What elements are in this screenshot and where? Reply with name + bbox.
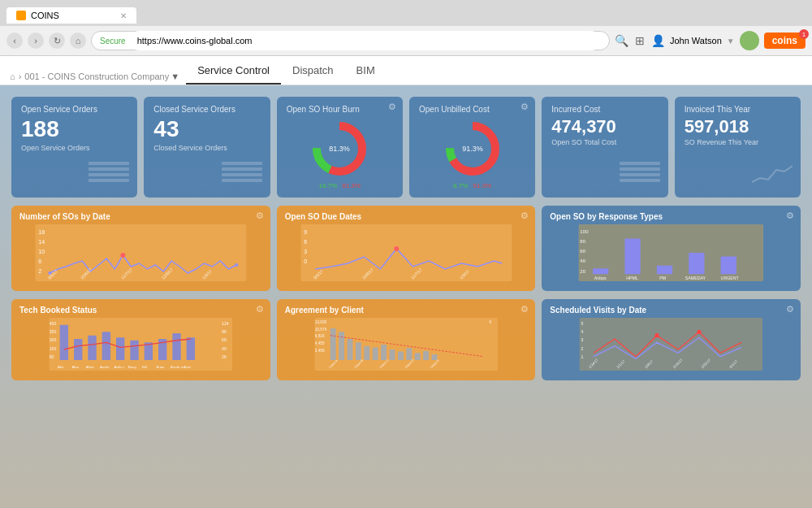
svg-rect-98 [347,339,352,360]
home-button[interactable]: ⌂ [70,33,86,49]
svg-text:350: 350 [50,329,57,334]
svg-text:2: 2 [38,268,41,274]
nav-tab-dispatch[interactable]: Dispatch [281,58,345,85]
svg-text:Anbps: Anbps [594,276,607,280]
agreement-client-title: Agreement by Client [285,306,528,315]
kpi-open-service-orders: Open Service Orders 188 Open Service Ord… [11,97,137,198]
svg-text:4,455: 4,455 [314,341,324,345]
svg-text:96: 96 [222,329,227,334]
dashboard: Open Service Orders 188 Open Service Ord… [0,85,812,508]
svg-point-121 [698,330,702,334]
svg-rect-70 [74,339,82,360]
hour-burn-legend: 18.7% 81.3% [287,182,393,189]
chart-scheduled-visits: Scheduled Visits by Date ⚙ 5 4 3 2 1 1/2… [542,299,801,380]
response-types-gear-icon[interactable]: ⚙ [786,211,794,221]
unbilled-gear-icon[interactable]: ⚙ [520,102,529,112]
tab-close-button[interactable]: ✕ [120,11,127,20]
due-dates-chart: 9 6 3 0 9/5/17 10/6/17 11/7/17 1/9/17 [285,224,528,281]
grid-icon[interactable]: ⊞ [635,34,645,47]
chart-row-2: Tech Booked Status ⚙ 400 350 300 150 80 … [11,299,801,380]
tech-booked-title: Tech Booked Status [19,306,262,315]
hour-burn-gear-icon[interactable]: ⚙ [388,102,396,112]
svg-text:150: 150 [50,346,57,351]
svg-text:26: 26 [222,354,227,359]
search-icon[interactable]: 🔍 [615,34,628,47]
svg-rect-102 [381,345,387,360]
svg-rect-107 [423,351,429,360]
address-bar: ‹ › ↻ ⌂ Secure 🔍 ⊞ 👤 John Watson ▼ 1 coi… [0,26,812,55]
favicon [16,11,26,20]
nav-tab-service-control[interactable]: Service Control [186,58,281,85]
svg-text:400: 400 [50,321,57,326]
svg-rect-78 [187,337,195,360]
svg-rect-2 [89,173,129,176]
svg-rect-69 [60,325,68,360]
browser-tab[interactable]: COINS ✕ [6,7,136,24]
user-name: John Watson [670,36,722,46]
svg-text:1: 1 [581,354,584,359]
svg-rect-51 [689,253,705,274]
chart-agreement-client: Agreement by Client ⚙ 13,635 10,574 6,81… [277,299,536,380]
nav-tab-bim[interactable]: BIM [345,58,387,85]
unbilled-legend: 8.7% 91.3% [419,182,525,189]
chart-response-types: Open SO by Response Types ⚙ 100 80 60 40… [542,206,801,291]
agreement-client-gear-icon[interactable]: ⚙ [520,304,529,315]
svg-text:Andre: Andre [100,365,110,369]
user-chevron[interactable]: ▼ [727,37,735,46]
scheduled-visits-gear-icon[interactable]: ⚙ [786,304,794,315]
svg-rect-3 [89,179,129,182]
svg-rect-17 [620,179,660,182]
svg-rect-18 [35,224,246,281]
chart-open-so-due-dates: Open SO Due Dates ⚙ 9 6 3 0 9/5/17 10/6/… [277,206,536,291]
tab-bar: COINS ✕ [0,0,812,26]
svg-rect-0 [89,162,129,165]
svg-rect-103 [389,350,395,360]
svg-text:6: 6 [304,239,307,245]
svg-text:18: 18 [38,229,45,235]
svg-text:Barry: Barry [128,365,137,369]
breadcrumb-chevron: ▼ [171,72,179,81]
sos-by-date-gear-icon[interactable]: ⚙ [256,211,264,221]
svg-rect-48 [593,268,608,274]
chart-tech-booked: Tech Booked Status ⚙ 400 350 300 150 80 … [11,299,270,380]
svg-rect-73 [116,337,124,360]
svg-text:60: 60 [581,248,586,254]
svg-rect-77 [172,333,180,360]
svg-text:9: 9 [304,229,307,235]
url-input[interactable] [129,31,601,50]
home-nav-icon[interactable]: ⌂ [10,72,15,81]
kpi-unbilled-cost: Open Unbilled Cost ⚙ 91.3% 8.7% 91.3% [409,97,535,198]
profile-icon[interactable]: 👤 [651,34,665,47]
svg-text:Arthu r: Arthu r [114,365,125,369]
forward-button[interactable]: › [28,33,44,49]
svg-point-24 [120,253,125,258]
main-nav: Service Control Dispatch BIM [186,58,387,85]
browser-chrome: COINS ✕ ‹ › ↻ ⌂ Secure 🔍 ⊞ 👤 John Watson… [0,0,812,56]
kpi-hour-burn-title: Open SO Hour Burn [287,105,393,114]
svg-rect-7 [222,179,262,182]
kpi-open-so-sub: Open Service Orders [21,144,127,152]
svg-rect-99 [356,342,361,360]
back-button[interactable]: ‹ [6,33,23,49]
hour-burn-green-pct: 18.7% [319,182,338,189]
svg-text:Abe: Abe [58,365,64,369]
svg-text:10,574: 10,574 [314,328,326,332]
svg-rect-97 [339,332,344,360]
unbilled-red-pct: 91.3% [473,182,492,189]
svg-text:124: 124 [222,321,229,326]
kpi-closed-service-orders: Closed Service Orders 43 Closed Service … [144,97,270,198]
svg-text:PM: PM [660,276,667,280]
svg-text:81.3%: 81.3% [330,145,351,153]
unbilled-donut: 91.3% [419,117,525,180]
due-dates-gear-icon[interactable]: ⚙ [520,211,529,221]
tech-booked-gear-icon[interactable]: ⚙ [256,304,264,315]
svg-rect-16 [620,173,660,176]
svg-text:Cari: Cari [184,365,191,369]
svg-rect-71 [88,336,96,360]
svg-text:Albar: Albar [86,365,95,369]
reload-button[interactable]: ↻ [49,33,65,49]
kpi-open-so-title: Open Service Orders [21,105,127,114]
svg-text:URGENT: URGENT [721,276,740,280]
sos-by-date-chart: 18 14 10 6 2 9/5/17 10/6/17 11/7/17 12/8… [19,224,262,281]
svg-rect-100 [364,346,369,360]
